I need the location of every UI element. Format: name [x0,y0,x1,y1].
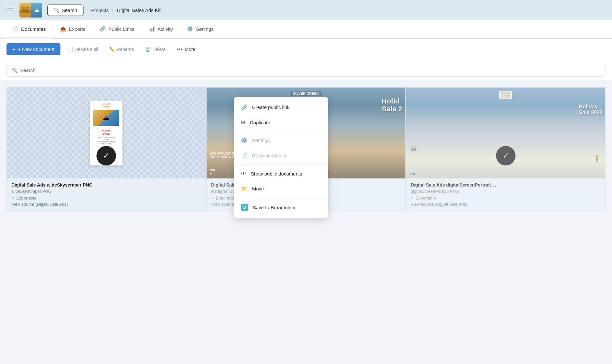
card-3-thumb: SILVECREE HolidaySale 2022 🏔 🧍 ONL ✓ [406,88,605,178]
dropdown-menu: 🔗 Create public link ⊞ Duplicate ⚙️ Sett… [234,97,328,218]
card-3-source[interactable]: View source (Digital Sale Ads) [411,202,601,207]
dropdown-divider-2 [234,164,328,165]
card-1-exportable: ✓ Exportable [11,196,201,200]
new-document-button[interactable]: + + New document [6,43,60,55]
card-1-body: FLASHSALE 25% OFF ANY SILVERCREEKSPORTSW… [97,129,116,145]
create-public-link-label: Create public link [252,104,289,110]
revision-icon: 📄 [241,152,248,159]
search-button[interactable]: 🔍 Search [47,5,83,16]
card-3-selection[interactable]: ✓ [496,146,516,165]
exports-icon: 📤 [60,26,66,32]
new-document-label: + New document [18,46,55,52]
hamburger-button[interactable] [5,6,14,14]
card-3-exportable-label: Exportable [415,196,436,200]
dropdown-move[interactable]: 📁 Move [234,181,328,196]
dropdown-revision-history: 📄 Revision history [234,148,328,163]
settings-dropdown-icon: ⚙️ [241,137,248,143]
top-nav: SILVERCREEKSPORTSWEAR ⛰ 🔍 Search Project… [0,0,612,20]
search-input[interactable] [20,67,600,73]
dropdown-create-public-link[interactable]: 🔗 Create public link [234,100,328,115]
card-1-exportable-label: Exportable [16,196,36,200]
dropdown-save-brandfolder[interactable]: B Save to Brandfolder [234,199,328,215]
move-label: Move [252,186,264,191]
settings-tab-icon: ⚙️ [187,26,193,32]
rename-label: Rename [117,47,134,52]
card-1: SILVERCREEK ⛰ FLASHSALE 25% OFF ANY SILV… [6,87,206,211]
breadcrumb-current: Digital Sales Ads Kit [117,7,160,13]
tab-public-links[interactable]: 🔗 Public Links [93,20,142,38]
card-3-info: Digital Sale Ads digitalScreenPortrait .… [406,178,605,211]
card-1-thumb: SILVERCREEK ⛰ FLASHSALE 25% OFF ANY SILV… [7,88,206,178]
activity-icon: 📊 [149,26,155,32]
toolbar: + + New document Deselect all ✏️ Rename … [0,39,612,60]
search-label: Search [62,7,77,13]
card-1-selection[interactable]: ✓ [96,146,116,165]
check-icon-3: ✓ [411,196,414,200]
card-1-header: SILVERCREEK [102,103,110,108]
breadcrumb-parent[interactable]: Projects [91,7,109,13]
delete-label: Delete [152,47,165,52]
breadcrumb-separator: › [112,7,114,13]
tab-documents[interactable]: 📄 Documents [5,20,53,38]
tab-activity-label: Activity [158,26,173,32]
tab-exports[interactable]: 📤 Exports [53,20,93,38]
card-3: SILVECREE HolidaySale 2022 🏔 🧍 ONL ✓ Dig… [406,87,606,211]
search-container: 🔍 [0,60,612,81]
dropdown-divider-3 [234,198,328,198]
breadcrumb: Projects › Digital Sales Ads Kit [91,7,161,13]
plus-icon: + [12,46,15,52]
card-2-exportable-label: Exportable [216,196,236,200]
tab-settings-label: Settings [196,26,213,32]
dropdown-show-public-docs[interactable]: 👁 Show public documents [234,166,328,181]
card-3-title: Digital Sale Ads digitalScreenPortrait .… [411,182,601,188]
more-button[interactable]: ••• More [173,44,199,55]
dropdown-settings: ⚙️ Settings [234,133,328,148]
search-icon: 🔍 [54,7,59,13]
tab-activity[interactable]: 📊 Activity [142,20,180,38]
tab-exports-label: Exports [69,26,85,32]
card-1-title: Digital Sale Ads wideSkyscraper PNG [11,182,201,188]
settings-dropdown-label: Settings [252,138,270,143]
document-icon: 📄 [12,26,19,32]
tab-settings[interactable]: ⚙️ Settings [180,20,221,38]
card-1-subtitle: wideSkyscraper PNG [11,189,201,194]
logo: SILVERCREEKSPORTSWEAR ⛰ [19,3,42,18]
revision-history-label: Revision history [252,153,287,158]
deselect-all-button[interactable]: Deselect all [64,44,102,55]
folder-icon: 📁 [241,186,248,192]
link-icon-dropdown: 🔗 [241,104,248,110]
ellipsis-icon: ••• [177,46,183,52]
deselect-label: Deselect all [75,47,98,52]
rename-icon: ✏️ [109,47,115,52]
search-bar-icon: 🔍 [12,68,18,73]
dropdown-duplicate[interactable]: ⊞ Duplicate [234,115,328,130]
card-3-subtitle: digitalScreenPortrait PNG [411,189,601,194]
dropdown-divider-1 [234,131,328,131]
delete-icon: 🗑️ [145,47,150,52]
duplicate-icon: ⊞ [241,119,245,125]
tab-public-links-label: Public Links [108,26,134,32]
check-icon: ✓ [11,196,15,200]
check-icon-2: ✓ [211,196,215,200]
eye-icon: 👁 [241,171,246,176]
tab-documents-label: Documents [21,26,46,32]
logo-image: SILVERCREEKSPORTSWEAR ⛰ [19,3,42,18]
duplicate-label: Duplicate [250,120,270,125]
brandfolder-icon: B [241,204,248,211]
save-brandfolder-label: Save to Brandfolder [253,205,296,210]
card-1-source[interactable]: View source (Digital Sale Ads) [11,202,201,207]
more-label: More [185,47,195,52]
tab-bar: 📄 Documents 📤 Exports 🔗 Public Links 📊 A… [0,20,612,39]
card-3-exportable: ✓ Exportable [411,196,601,200]
card-1-info: Digital Sale Ads wideSkyscraper PNG wide… [7,178,206,211]
main-content: SILVERCREEK ⛰ FLASHSALE 25% OFF ANY SILV… [0,81,612,217]
deselect-icon [68,47,73,52]
rename-button[interactable]: ✏️ Rename [105,44,138,55]
link-icon: 🔗 [100,26,106,32]
search-bar: 🔍 [6,64,606,77]
delete-button[interactable]: 🗑️ Delete [141,44,169,55]
show-public-docs-label: Show public documents [251,171,302,176]
